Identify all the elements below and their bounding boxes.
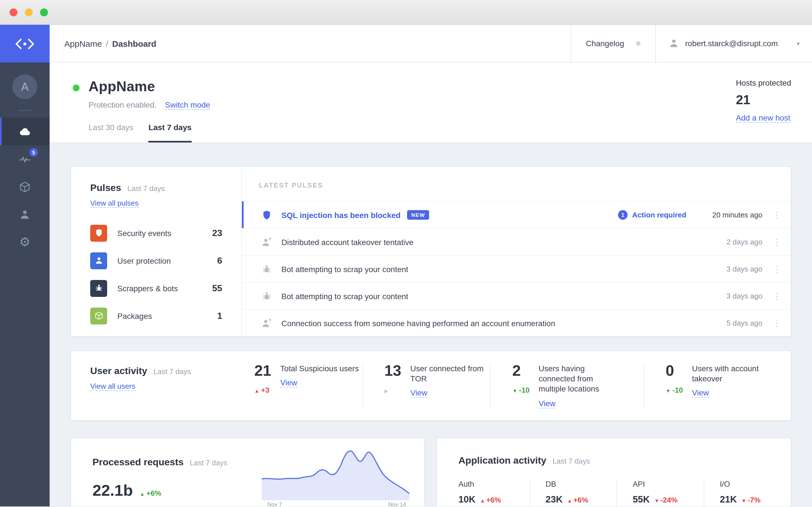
dashboard-content: Pulses Last 7 days View all pulses Secur… <box>50 143 812 506</box>
app-header: AppName Protection enabled. Switch mode … <box>50 62 812 143</box>
metric-value: 23K <box>546 494 563 505</box>
pulse-category-scrappers-bots[interactable]: Scrappers & bots 55 <box>90 274 222 302</box>
pulse-category-label: Packages <box>117 311 152 320</box>
period-tabs: Last 30 days Last 7 days <box>89 123 791 143</box>
package-icon <box>90 307 107 324</box>
account-email: robert.starck@disrupt.com <box>685 39 778 48</box>
action-required-label[interactable]: Action required <box>632 211 686 219</box>
right-triangle-icon: ▶ <box>384 388 388 394</box>
view-multi-location-users-link[interactable]: View <box>539 399 555 408</box>
stat-account-takeover-users: 0 ▼-10 Users with account takeover View <box>644 363 791 408</box>
pulse-category-packages[interactable]: Packages 1 <box>90 302 222 330</box>
hosts-protected-block: Hosts protected 21 Add a new host <box>736 78 791 123</box>
pulse-row-sql-injection[interactable]: SQL injection has been blocked NEW 1 Act… <box>242 201 791 228</box>
cube-icon <box>18 180 31 193</box>
metric-api: API 55K ▼-24% <box>616 480 703 506</box>
sidebar-item-pulses[interactable]: 5 <box>0 145 50 173</box>
screen: A 5 <box>0 0 812 507</box>
avatar[interactable]: A <box>12 74 37 99</box>
pulse-row-time: 3 days ago <box>726 265 762 273</box>
add-host-link[interactable]: Add a new host <box>736 113 790 123</box>
user-activity-card: User activity Last 7 days View all users… <box>70 350 791 421</box>
down-triangle-icon: ▼ <box>654 498 659 504</box>
metric-label: Auth <box>458 480 529 489</box>
pulse-category-user-protection[interactable]: User protection 6 <box>90 247 222 274</box>
window-minimize-button[interactable] <box>25 8 33 16</box>
metric-label: I/O <box>720 480 791 489</box>
pulse-row-time: 5 days ago <box>726 319 762 327</box>
user-activity-title: User activity <box>90 365 147 377</box>
pulses-card: Pulses Last 7 days View all pulses Secur… <box>70 166 791 337</box>
breadcrumb-separator: / <box>106 39 108 48</box>
up-triangle-icon: ▲ <box>480 498 485 504</box>
metric-auth: Auth 10K ▲+6% <box>437 480 529 506</box>
view-all-pulses-link[interactable]: View all pulses <box>90 199 139 208</box>
breadcrumb-app[interactable]: AppName <box>64 39 102 48</box>
view-suspicious-users-link[interactable]: View <box>280 378 297 388</box>
account-menu[interactable]: robert.starck@disrupt.com ▾ <box>655 25 812 62</box>
pulse-category-security[interactable]: Security events 23 <box>90 219 222 247</box>
pulse-row-bot-scraping-2[interactable]: Bot attempting to scrap your content 3 d… <box>242 282 791 309</box>
processed-requests-period: Last 7 days <box>190 459 227 467</box>
tab-last-30-days[interactable]: Last 30 days <box>89 123 133 143</box>
pulse-row-title: SQL injection has been blocked <box>282 210 401 219</box>
pulse-row-title: Bot attempting to scrap your content <box>282 291 408 300</box>
sidebar-item-dashboard[interactable] <box>0 118 50 145</box>
breadcrumb: AppName / Dashboard <box>50 25 571 62</box>
changelog-button[interactable]: Changelog <box>571 25 655 62</box>
metric-delta: ▼-24% <box>654 496 678 504</box>
sidebar-item-packages[interactable] <box>0 173 50 201</box>
pulse-categories: Security events 23 User protection 6 <box>90 219 222 330</box>
tab-last-7-days[interactable]: Last 7 days <box>149 123 192 143</box>
metric-delta-value: +6% <box>573 496 588 504</box>
stat-value: 2 <box>512 363 529 379</box>
metric-value: 55K <box>633 494 650 505</box>
view-all-users-link[interactable]: View all users <box>90 382 135 391</box>
processed-requests-title: Processed requests <box>93 457 184 468</box>
sidebar-item-users[interactable] <box>0 201 50 228</box>
processed-requests-delta: ▲+6% <box>140 489 161 497</box>
app-logo[interactable] <box>0 25 50 62</box>
application-activity-title: Application activity <box>458 455 546 466</box>
metric-delta-value: -7% <box>748 496 760 504</box>
sidebar-divider <box>18 110 31 111</box>
switch-mode-link[interactable]: Switch mode <box>165 100 210 110</box>
pulse-category-label: User protection <box>117 256 171 265</box>
pulse-row-bot-scraping-1[interactable]: Bot attempting to scrap your content 3 d… <box>242 255 791 282</box>
view-tor-users-link[interactable]: View <box>410 388 427 398</box>
window-close-button[interactable] <box>10 8 17 16</box>
kebab-menu-icon[interactable]: ⋮ <box>772 210 778 220</box>
kebab-menu-icon[interactable]: ⋮ <box>772 318 778 328</box>
avatar-letter: A <box>21 80 29 93</box>
application-metrics: Auth 10K ▲+6% DB 23K ▲+6% <box>437 480 791 506</box>
down-triangle-icon: ▼ <box>512 388 517 394</box>
user-plus-icon <box>261 318 272 329</box>
pulse-row-account-takeover[interactable]: Distributed account takeover tentative 2… <box>242 228 791 255</box>
metric-delta-value: +6% <box>486 496 501 504</box>
kebab-menu-icon[interactable]: ⋮ <box>772 237 778 247</box>
view-account-takeover-link[interactable]: View <box>692 388 709 398</box>
shield-icon <box>90 224 107 241</box>
window-zoom-button[interactable] <box>40 8 48 16</box>
pulse-row-account-enumeration[interactable]: Connection success from someone having p… <box>242 309 791 336</box>
new-badge: NEW <box>407 210 429 220</box>
bug-icon <box>90 280 107 297</box>
shield-icon <box>261 209 272 221</box>
kebab-menu-icon[interactable]: ⋮ <box>772 264 778 274</box>
pulse-row-title: Connection success from someone having p… <box>282 319 555 328</box>
pulse-row-title: Bot attempting to scrap your content <box>282 265 408 274</box>
sidebar-item-settings[interactable]: ⚙ <box>0 228 50 256</box>
page-title: AppName <box>89 78 210 95</box>
changelog-dot-icon <box>636 41 641 46</box>
kebab-menu-icon[interactable]: ⋮ <box>772 291 778 301</box>
stat-delta: +3 <box>261 386 269 394</box>
gear-icon: ⚙ <box>19 236 30 248</box>
hosts-protected-label: Hosts protected <box>736 78 791 87</box>
stat-trend: ▼-10 <box>666 386 683 394</box>
metric-delta: ▲+6% <box>480 496 501 504</box>
chart-x-axis: Nov 7 Nov 14 <box>262 501 409 506</box>
metric-delta: ▲+6% <box>567 496 589 504</box>
pulse-category-label: Scrappers & bots <box>117 284 178 293</box>
processed-requests-value: 22.1b <box>93 482 133 500</box>
stat-label: Users with account takeover <box>692 363 771 384</box>
